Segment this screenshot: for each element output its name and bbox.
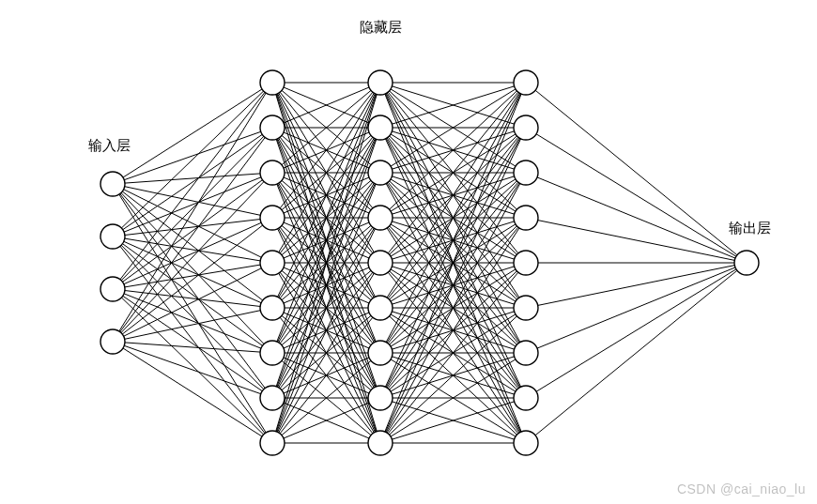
edge bbox=[113, 237, 272, 353]
hidden2-node-3 bbox=[368, 206, 393, 230]
hidden1-node-5 bbox=[260, 296, 285, 320]
hidden1-node-7 bbox=[260, 386, 285, 410]
edge bbox=[526, 173, 747, 263]
hidden2-node-5 bbox=[368, 296, 393, 320]
neural-network-diagram: 输入层 隐藏层 输出层 bbox=[0, 0, 817, 504]
edge bbox=[113, 128, 272, 184]
hidden1-node-6 bbox=[260, 341, 285, 365]
hidden2-node-2 bbox=[368, 160, 393, 185]
edge bbox=[526, 263, 747, 353]
hidden3-node-0 bbox=[514, 70, 538, 95]
edge bbox=[526, 263, 747, 443]
hidden3-node-6 bbox=[514, 341, 538, 365]
edge bbox=[113, 83, 272, 184]
hidden2-node-6 bbox=[368, 341, 393, 365]
hidden2-node-0 bbox=[368, 70, 393, 95]
edge bbox=[113, 342, 272, 398]
edge bbox=[113, 173, 272, 289]
input-layer-label: 输入层 bbox=[88, 137, 131, 153]
hidden1-node-1 bbox=[260, 115, 285, 140]
hidden3-node-3 bbox=[514, 206, 538, 230]
edge bbox=[526, 263, 747, 308]
edge bbox=[113, 128, 272, 289]
edges-group bbox=[113, 83, 747, 443]
edge bbox=[113, 184, 272, 353]
input-node-2 bbox=[100, 277, 125, 301]
hidden3-node-2 bbox=[514, 160, 538, 185]
edge bbox=[113, 184, 272, 443]
edge bbox=[113, 83, 272, 289]
input-node-1 bbox=[100, 224, 125, 249]
hidden3-node-8 bbox=[514, 431, 538, 455]
input-node-3 bbox=[100, 329, 125, 354]
hidden3-node-1 bbox=[514, 115, 538, 140]
edge bbox=[526, 83, 747, 263]
hidden1-node-8 bbox=[260, 431, 285, 455]
hidden-layer-label: 隐藏层 bbox=[360, 19, 402, 35]
edge bbox=[526, 218, 747, 263]
input-node-0 bbox=[100, 172, 125, 196]
edge bbox=[113, 342, 272, 443]
hidden3-node-5 bbox=[514, 296, 538, 320]
edge bbox=[113, 184, 272, 308]
edge bbox=[113, 237, 272, 443]
edge bbox=[526, 263, 747, 398]
edge bbox=[113, 83, 272, 342]
hidden1-node-2 bbox=[260, 160, 285, 185]
hidden1-node-3 bbox=[260, 206, 285, 230]
hidden2-node-8 bbox=[368, 431, 393, 455]
hidden1-node-0 bbox=[260, 70, 285, 95]
hidden2-node-1 bbox=[368, 115, 393, 140]
hidden3-node-4 bbox=[514, 251, 538, 275]
hidden2-node-4 bbox=[368, 251, 393, 275]
edge bbox=[526, 128, 747, 263]
hidden3-node-7 bbox=[514, 386, 538, 410]
edge bbox=[113, 218, 272, 342]
output-node-0 bbox=[734, 251, 759, 275]
edge bbox=[113, 237, 272, 398]
hidden2-node-7 bbox=[368, 386, 393, 410]
hidden1-node-4 bbox=[260, 251, 285, 275]
output-layer-label: 输出层 bbox=[729, 220, 771, 236]
edge bbox=[113, 173, 272, 342]
